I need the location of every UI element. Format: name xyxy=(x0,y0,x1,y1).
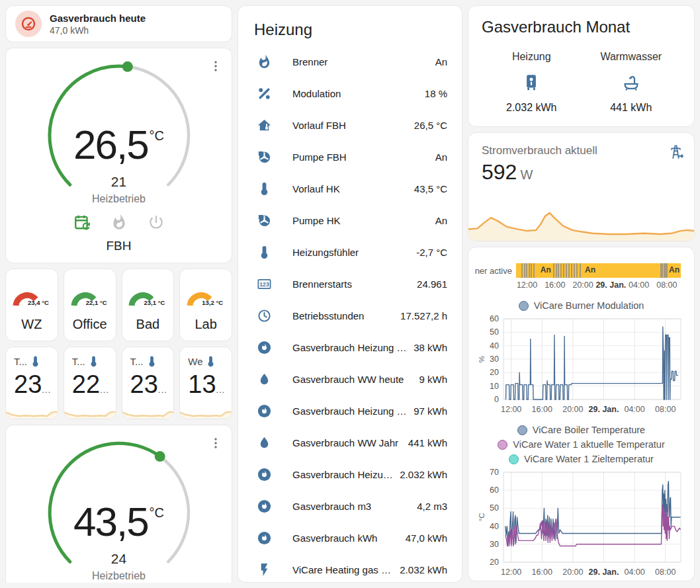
thermostat-dial[interactable]: 43,5°C 24 Heizbetrieb xyxy=(41,435,197,583)
middle-column: Heizung BrennerAn Modulation18 % Vorlauf… xyxy=(238,5,462,583)
svg-text:30: 30 xyxy=(490,540,499,549)
hvac-mode-label: Heizbetrieb xyxy=(92,570,146,582)
temperature-chart[interactable]: 20304050607012:0016:0020:0029. Jan.04:00… xyxy=(477,467,686,579)
gauge-card-wz[interactable]: 23,4 °C WZ xyxy=(5,269,58,341)
entity-row[interactable]: Gasverbrauch Heizung Jahr2.032 kWh xyxy=(249,458,451,490)
fire-circle-icon xyxy=(257,403,272,419)
entity-row[interactable]: Brennerstarts24.961 xyxy=(249,268,451,300)
calendar-sync-icon[interactable] xyxy=(73,214,91,231)
gas-today-card[interactable]: Gasverbrauch heute 47,0 kWh xyxy=(5,5,232,42)
timeline-off-stripe xyxy=(531,263,532,278)
gauge-card-bad[interactable]: 23,1 °C Bad xyxy=(122,269,175,341)
svg-text:12:00: 12:00 xyxy=(501,567,521,577)
axis-tick-label: 16:00 xyxy=(545,280,565,290)
thermostat-card-hk: 43,5°C 24 Heizbetrieb xyxy=(5,425,232,583)
power-readout: 592W xyxy=(468,157,694,185)
thermometer-icon xyxy=(204,355,217,368)
gas-meter-icon xyxy=(15,11,42,37)
entity-row[interactable]: Heizungsfühler-2,7 °C xyxy=(249,236,451,268)
timeline-off-stripe xyxy=(553,263,554,278)
sensor-value: 13... xyxy=(188,372,225,398)
sensor-value: 22... xyxy=(72,372,109,398)
entity-row[interactable]: Gasverbrauch m34,2 m3 xyxy=(249,490,451,522)
target-temperature: 24 xyxy=(111,551,126,567)
timeline-off-stripe xyxy=(666,263,668,278)
water-icon xyxy=(257,435,272,450)
entity-row[interactable]: Gasverbrauch WW Jahr441 kWh xyxy=(249,427,451,458)
entity-row[interactable]: Gasverbrauch WW heute9 kWh xyxy=(249,363,451,395)
fire-icon[interactable] xyxy=(110,214,128,231)
fire-circle-icon xyxy=(257,340,272,355)
sensor-row: T... 23... T... 22... T... 23... We 13..… xyxy=(5,347,232,419)
sensor-sparkline xyxy=(6,403,58,419)
entity-row[interactable]: Pumpe HKAn xyxy=(249,204,451,236)
svg-text:12:00: 12:00 xyxy=(501,405,521,414)
gas-today-text: Gasverbrauch heute 47,0 kWh xyxy=(50,13,146,36)
sensor-name: T... xyxy=(72,356,85,367)
gauge-value: 22,1 °C xyxy=(86,299,107,306)
gas-month-warmwasser[interactable]: Warmwasser 441 kWh xyxy=(582,51,681,114)
pump-icon xyxy=(257,213,272,228)
svg-text:50: 50 xyxy=(490,327,499,337)
entity-row[interactable]: Gasverbrauch Heizung heute38 kWh xyxy=(249,331,451,363)
sensor-card-2[interactable]: T... 22... xyxy=(64,347,116,419)
gauge-card-office[interactable]: 22,1 °C Office xyxy=(64,269,116,341)
entity-row[interactable]: BrennerAn xyxy=(249,46,451,77)
sensor-value: 23... xyxy=(14,372,51,398)
entity-row[interactable]: ViCare Heating gas consu...2.032 kWh xyxy=(249,554,451,583)
thermometer-icon xyxy=(146,355,158,368)
svg-text:20: 20 xyxy=(490,558,499,567)
home-thermometer-icon xyxy=(257,118,272,133)
gauge-value: 23,4 °C xyxy=(28,299,49,306)
timeline-state-label: An xyxy=(541,265,551,274)
power-card[interactable]: Stromverbrauch aktuell 592W xyxy=(468,132,695,241)
entity-row[interactable]: Vorlauf FBH26,5 °C xyxy=(249,109,451,141)
entity-row[interactable]: Pumpe FBHAn xyxy=(249,141,451,173)
hvac-mode-label: Heizbetrieb xyxy=(92,193,146,205)
timeline-off-stripe xyxy=(533,263,535,278)
thermometer-icon xyxy=(29,355,42,368)
modulation-chart[interactable]: 010203040506012:0016:0020:0029. Jan.04:0… xyxy=(477,314,686,417)
transmission-tower-export-icon[interactable] xyxy=(668,144,685,161)
timeline-axis: 12:0016:0020:0029. Jan.04:0008:00 xyxy=(520,280,681,294)
sensor-card-1[interactable]: T... 23... xyxy=(5,347,58,419)
more-menu-button[interactable] xyxy=(205,56,226,77)
sensor-card-4[interactable]: We 13... xyxy=(179,347,232,419)
more-menu-button[interactable] xyxy=(205,433,226,454)
timeline-state-label: An xyxy=(669,265,679,274)
svg-text:30: 30 xyxy=(490,355,499,364)
timeline-off-stripe xyxy=(560,263,562,278)
thermometer-icon xyxy=(257,245,272,260)
sensor-card-3[interactable]: T... 23... xyxy=(122,347,175,419)
power-title: Stromverbrauch aktuell xyxy=(468,133,694,157)
timeline-off-stripe xyxy=(558,263,559,278)
entity-row[interactable]: Gasverbrauch kWh47,0 kWh xyxy=(249,522,451,554)
burner-timeline-row: ner active AnAnAn xyxy=(474,263,689,278)
card-title: Gasverbrauch Monat xyxy=(482,18,681,36)
sensor-name: T... xyxy=(14,356,27,367)
fire-icon xyxy=(257,54,272,69)
burner-timeline-bar[interactable]: AnAnAn xyxy=(516,263,681,278)
gas-month-heizung[interactable]: Heizung 2.032 kWh xyxy=(482,51,582,114)
history-graph-card: ner active AnAnAn 12:0016:0020:0029. Jan… xyxy=(468,247,695,581)
entity-row[interactable]: Modulation18 % xyxy=(249,77,451,109)
axis-tick-label: 08:00 xyxy=(656,280,677,290)
timeline-off-stripe xyxy=(563,263,564,278)
right-column: Gasverbrauch Monat Heizung 2.032 kWh War… xyxy=(468,5,695,583)
entity-row[interactable]: Gasverbrauch Heizung Woche97 kWh xyxy=(249,395,451,427)
timeline-off-stripe xyxy=(574,263,575,278)
gauge-card-lab[interactable]: 13,2 °C Lab xyxy=(179,269,232,341)
svg-text:40: 40 xyxy=(490,522,499,531)
gas-today-value: 47,0 kWh xyxy=(50,25,146,36)
timeline-off-stripe xyxy=(580,263,581,278)
dashboard: Gasverbrauch heute 47,0 kWh 26,5°C 21 He… xyxy=(0,0,700,588)
power-icon[interactable] xyxy=(148,214,165,231)
gas-month-items: Heizung 2.032 kWh Warmwasser 441 kWh xyxy=(482,51,681,114)
entity-row[interactable]: Vorlauf HK43,5 °C xyxy=(249,173,451,204)
gauge-value: 23,1 °C xyxy=(144,299,165,306)
thermostat-dial[interactable]: 26,5°C 21 Heizbetrieb xyxy=(41,58,197,214)
modulation-legend[interactable]: ViCare Burner Modulation xyxy=(474,300,689,311)
current-temperature: 26,5°C xyxy=(73,115,164,165)
entity-row[interactable]: Betriebsstunden17.527,2 h xyxy=(249,300,451,331)
flash-icon xyxy=(257,562,272,577)
